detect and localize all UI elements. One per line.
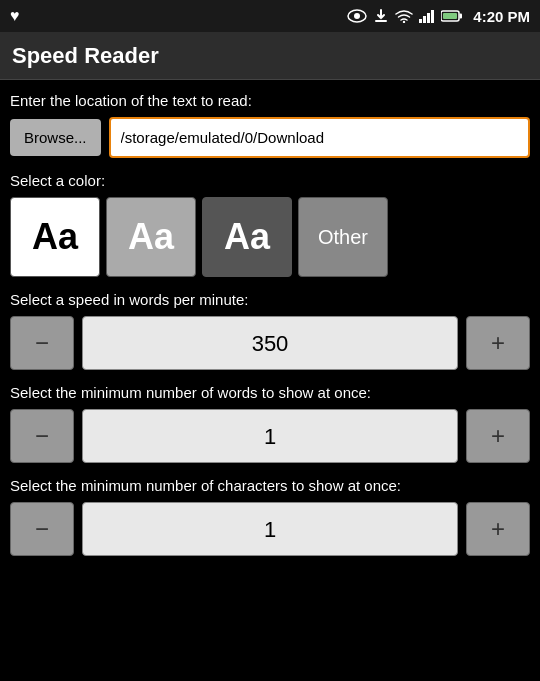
file-row: Browse... — [10, 117, 530, 158]
plus-icon — [491, 329, 505, 357]
svg-rect-4 — [419, 19, 422, 23]
min-words-value: 1 — [82, 409, 458, 463]
svg-rect-5 — [423, 16, 426, 23]
min-words-decrease-button[interactable] — [10, 409, 74, 463]
speed-counter-row: 350 — [10, 316, 530, 370]
battery-icon — [441, 10, 463, 22]
min-chars-value: 1 — [82, 502, 458, 556]
min-words-section-label: Select the minimum number of words to sh… — [10, 384, 530, 401]
status-bar: ♥ 4:20 PM — [0, 0, 540, 32]
path-input[interactable] — [109, 117, 530, 158]
min-chars-section: Select the minimum number of characters … — [10, 477, 530, 556]
speed-section: Select a speed in words per minute: 350 — [10, 291, 530, 370]
color-option-white-label: Aa — [32, 216, 78, 258]
color-section-label: Select a color: — [10, 172, 530, 189]
color-option-white[interactable]: Aa — [10, 197, 100, 277]
browse-button[interactable]: Browse... — [10, 119, 101, 156]
svg-rect-10 — [443, 13, 457, 19]
min-chars-plus-icon — [491, 515, 505, 543]
min-chars-increase-button[interactable] — [466, 502, 530, 556]
status-left: ♥ — [10, 7, 20, 25]
svg-rect-2 — [375, 20, 387, 22]
status-right: 4:20 PM — [347, 8, 530, 25]
title-bar: Speed Reader — [0, 32, 540, 80]
min-chars-section-label: Select the minimum number of characters … — [10, 477, 530, 494]
wifi-icon — [395, 9, 413, 23]
eye-icon — [347, 9, 367, 23]
clock: 4:20 PM — [473, 8, 530, 25]
color-options: Aa Aa Aa Other — [10, 197, 530, 277]
color-option-dark-label: Aa — [224, 216, 270, 258]
svg-point-1 — [354, 13, 360, 19]
color-option-gray[interactable]: Aa — [106, 197, 196, 277]
min-words-counter-row: 1 — [10, 409, 530, 463]
usb-icon: ♥ — [10, 7, 20, 25]
min-words-increase-button[interactable] — [466, 409, 530, 463]
min-words-section: Select the minimum number of words to sh… — [10, 384, 530, 463]
color-section: Select a color: Aa Aa Aa Other — [10, 172, 530, 277]
color-option-gray-label: Aa — [128, 216, 174, 258]
speed-value: 350 — [82, 316, 458, 370]
svg-point-3 — [403, 21, 405, 23]
file-section-label: Enter the location of the text to read: — [10, 92, 530, 109]
svg-rect-9 — [460, 14, 463, 19]
min-chars-counter-row: 1 — [10, 502, 530, 556]
download-icon — [373, 8, 389, 24]
speed-increase-button[interactable] — [466, 316, 530, 370]
speed-decrease-button[interactable] — [10, 316, 74, 370]
signal-icon — [419, 9, 435, 23]
svg-rect-7 — [431, 10, 434, 23]
svg-rect-6 — [427, 13, 430, 23]
main-content: Enter the location of the text to read: … — [0, 80, 540, 582]
minus-icon — [35, 329, 49, 357]
color-option-other-label: Other — [318, 226, 368, 249]
page-title: Speed Reader — [12, 43, 159, 69]
min-words-minus-icon — [35, 422, 49, 450]
color-option-dark[interactable]: Aa — [202, 197, 292, 277]
color-option-other[interactable]: Other — [298, 197, 388, 277]
min-chars-decrease-button[interactable] — [10, 502, 74, 556]
speed-section-label: Select a speed in words per minute: — [10, 291, 530, 308]
min-words-plus-icon — [491, 422, 505, 450]
min-chars-minus-icon — [35, 515, 49, 543]
